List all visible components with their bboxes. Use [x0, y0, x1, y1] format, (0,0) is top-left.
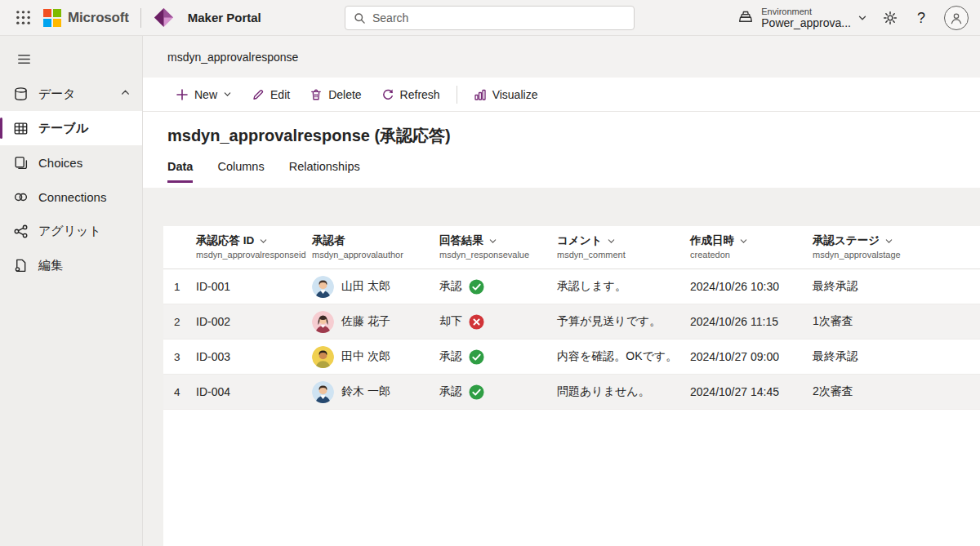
share-graph-icon [13, 224, 29, 239]
cell-id: ID-004 [196, 385, 312, 398]
cell-author: 山田 太郎 [312, 276, 439, 298]
microsoft-wordmark: Microsoft [68, 10, 129, 26]
person-icon [949, 11, 964, 25]
author-name: 佐藤 花子 [341, 314, 390, 329]
content-background: 承認応答 ID msdyn_approvalresponseid 承認者 msd… [143, 188, 980, 546]
account-avatar[interactable] [944, 6, 969, 30]
data-grid: 承認応答 ID msdyn_approvalresponseid 承認者 msd… [163, 226, 980, 546]
column-header-approvalstage[interactable]: 承認ステージ msdyn_approvalstage [813, 233, 980, 260]
grid-header-row: 承認応答 ID msdyn_approvalresponseid 承認者 msd… [163, 226, 980, 269]
sidebar-item-agurit[interactable]: アグリット [0, 214, 142, 248]
environment-label: Environment [761, 7, 851, 17]
search-input[interactable] [372, 11, 626, 24]
column-header-comment[interactable]: コメント msdyn_comment [557, 233, 690, 260]
cell-response: 却下 [439, 314, 557, 330]
sidebar-item-choices[interactable]: Choices [0, 145, 142, 180]
column-header-responsevalue[interactable]: 回答結果 msdyn_responsevalue [439, 233, 557, 260]
cell-stage: 2次審査 [813, 384, 980, 399]
app-title: Maker Portal [188, 11, 261, 24]
column-header-approvalauthor[interactable]: 承認者 msdyn_approvalauthor [312, 233, 439, 260]
left-navigation: データ テーブル [0, 36, 143, 546]
refresh-button[interactable]: Refresh [372, 83, 450, 106]
column-header-createdon[interactable]: 作成日時 createdon [690, 233, 813, 260]
table-row[interactable]: 2 ID-002 [163, 304, 980, 340]
chevron-up-icon [120, 87, 131, 98]
settings-button[interactable] [882, 10, 898, 26]
microsoft-logo[interactable]: Microsoft [43, 9, 129, 27]
delete-button[interactable]: Delete [300, 83, 371, 106]
connections-icon [13, 189, 29, 205]
top-app-bar: Microsoft Maker Portal [0, 0, 980, 36]
cell-id: ID-001 [196, 280, 312, 293]
topbar-divider [140, 8, 141, 28]
edit-button[interactable]: Edit [242, 83, 300, 106]
table-header-section: msdyn_approvalresponse (承認応答) Data Colum… [143, 112, 980, 188]
table-icon [13, 121, 29, 136]
visualize-button[interactable]: Visualize [464, 83, 548, 106]
toolbar-separator [457, 86, 457, 104]
chevron-down-icon [223, 90, 232, 99]
choices-icon [13, 155, 29, 171]
new-button[interactable]: New [166, 83, 242, 106]
sidebar-item-data[interactable]: データ [0, 77, 142, 111]
maker-portal-screen: Microsoft Maker Portal [0, 0, 980, 546]
user-avatar [312, 381, 334, 403]
column-header-approvalresponseid[interactable]: 承認応答 ID msdyn_approvalresponseid [196, 233, 312, 260]
power-apps-logo-icon [153, 7, 175, 29]
row-number: 3 [163, 351, 196, 363]
author-name: 田中 次郎 [341, 349, 390, 364]
environment-picker[interactable]: Environment Power_approva... [737, 7, 867, 30]
sidebar-item-label: Choices [38, 156, 82, 170]
cell-response: 承認 [439, 349, 557, 365]
tab-relationships[interactable]: Relationships [289, 160, 360, 183]
sidebar-item-label: 編集 [38, 258, 63, 273]
help-button[interactable]: ? [910, 10, 933, 27]
cell-stage: 最終承認 [813, 279, 980, 294]
row-number: 4 [163, 386, 196, 398]
cell-author: 田中 次郎 [312, 346, 439, 368]
breadcrumb: msdyn_approvalresponse [143, 36, 980, 78]
refresh-icon [381, 88, 394, 101]
environment-icon [737, 9, 755, 27]
user-avatar [312, 311, 334, 333]
trash-icon [310, 88, 323, 101]
cell-id: ID-003 [196, 350, 312, 363]
table-row[interactable]: 4 ID-004 [163, 375, 980, 410]
search-box[interactable] [345, 6, 635, 30]
plus-icon [176, 88, 189, 101]
breadcrumb-item[interactable]: msdyn_approvalresponse [167, 51, 298, 64]
bar-chart-icon [474, 88, 487, 101]
cell-stage: 1次審査 [813, 314, 980, 329]
waffle-icon [16, 10, 31, 25]
table-row[interactable]: 3 ID-003 [163, 340, 980, 375]
cell-created: 2024/10/27 14:45 [690, 385, 813, 398]
tab-columns[interactable]: Columns [217, 160, 264, 183]
nav-collapse-button[interactable] [12, 47, 35, 70]
environment-value: Power_approva... [761, 16, 851, 29]
cell-author: 鈴木 一郎 [312, 381, 439, 403]
cell-id: ID-002 [196, 315, 312, 328]
sidebar-item-label: テーブル [38, 121, 88, 136]
sort-chevron-icon [884, 237, 893, 246]
table-row[interactable]: 1 ID-001 [163, 269, 980, 304]
sort-chevron-icon [739, 237, 748, 246]
approved-check-icon [469, 384, 484, 400]
cell-response: 承認 [439, 279, 557, 295]
sort-chevron-icon [607, 237, 616, 246]
sidebar-item-edit[interactable]: 編集 [0, 248, 142, 282]
cell-response: 承認 [439, 384, 557, 400]
cell-comment: 承認します。 [557, 279, 690, 294]
edit-document-icon [13, 258, 29, 273]
app-launcher-icon[interactable] [11, 6, 35, 30]
approved-check-icon [469, 279, 484, 295]
page-title: msdyn_approvalresponse (承認応答) [167, 125, 956, 147]
cell-created: 2024/10/26 11:15 [690, 315, 813, 328]
search-icon [354, 12, 366, 24]
sidebar-item-tables[interactable]: テーブル [0, 111, 142, 145]
sidebar-item-connections[interactable]: Connections [0, 180, 142, 214]
sort-chevron-icon [259, 237, 268, 246]
row-number: 1 [163, 281, 196, 293]
tab-data[interactable]: Data [167, 160, 193, 183]
microsoft-squares-icon [43, 9, 61, 27]
sidebar-item-label: アグリット [38, 224, 101, 239]
